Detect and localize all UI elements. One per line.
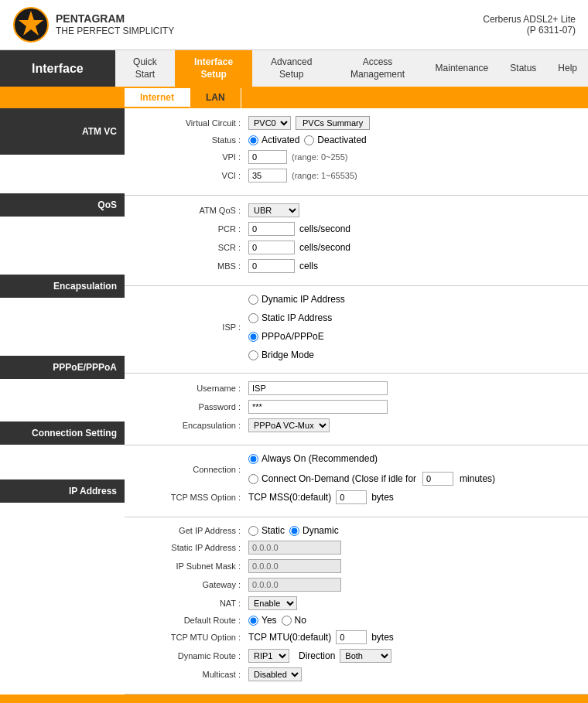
vci-input[interactable]	[248, 169, 287, 183]
gateway-label: Gateway :	[125, 580, 248, 589]
default-route-no-option[interactable]: No	[282, 615, 306, 626]
sidebar-atm-vc: ATM VC	[0, 108, 125, 155]
username-control	[248, 381, 388, 395]
encap-bridge-option[interactable]: Bridge Mode	[248, 350, 314, 360]
direction-select[interactable]: BothNoneIn onlyOut only	[340, 649, 391, 663]
encap-static-radio[interactable]	[248, 313, 258, 323]
nav-advanced-setup[interactable]: Advanced Setup	[252, 50, 330, 87]
mbs-label: MBS :	[125, 261, 248, 271]
nat-label: NAT :	[125, 599, 248, 608]
connect-demand-radio[interactable]	[248, 474, 258, 484]
static-ip-radio[interactable]	[248, 526, 258, 536]
sidebar-encapsulation: Encapsulation	[0, 275, 125, 298]
default-route-no-radio[interactable]	[282, 616, 292, 626]
connect-demand-option[interactable]: Connect On-Demand (Close if idle for min…	[248, 472, 495, 486]
nav-interface-setup[interactable]: Interface Setup	[175, 50, 252, 87]
tcp-mss-row: TCP MSS Option : TCP MSS(0:default) byte…	[125, 490, 580, 504]
always-on-option[interactable]: Always On (Recommended)	[248, 453, 378, 464]
static-ip-option-label: Static	[262, 525, 285, 536]
encap-pppoa-option[interactable]: PPPoA/PPPoE	[248, 331, 324, 342]
nav-help[interactable]: Help	[547, 50, 588, 87]
subnav-lan[interactable]: LAN	[190, 88, 241, 108]
encap-dynamic-label: Dynamic IP Address	[262, 294, 345, 305]
static-ip-addr-label: Static IP Address :	[125, 543, 248, 552]
username-input[interactable]	[248, 381, 388, 395]
tcp-mtu-text: TCP MTU(0:default)	[248, 632, 331, 643]
tcp-mtu-control: TCP MTU(0:default) bytes	[248, 630, 394, 644]
default-route-label: Default Route :	[125, 616, 248, 625]
scr-input[interactable]	[248, 241, 295, 254]
tcp-mtu-unit: bytes	[371, 632, 394, 643]
multicast-select[interactable]: DisabledIGMP v1IGMP v2	[248, 667, 302, 681]
password-input[interactable]	[248, 400, 388, 414]
password-control	[248, 400, 388, 414]
virtual-circuit-row: Virtual Circuit : PVC0PVC1PVC2PVC3 PVCs …	[125, 116, 580, 130]
static-ip-addr-input[interactable]	[248, 541, 341, 555]
left-sidebar: ATM VC QoS Encapsulation PPPoE/PPPoA Con…	[0, 108, 125, 694]
nav-access-management[interactable]: Access Management	[330, 50, 424, 87]
pppoe-encap-select[interactable]: PPPoA VC-MuxPPPoA LLCPPPoE VC-MuxPPPoE L…	[248, 418, 330, 432]
isp-row: ISP : Dynamic IP Address Static IP Addre…	[125, 294, 580, 360]
vci-row: VCI : (range: 1~65535)	[125, 169, 580, 183]
default-route-yes-radio[interactable]	[248, 616, 258, 626]
pppoe-encap-row: Encapsulation : PPPoA VC-MuxPPPoA LLCPPP…	[125, 418, 580, 432]
pvcs-summary-btn[interactable]: PVCs Summary	[296, 116, 370, 130]
encap-pppoa-radio[interactable]	[248, 332, 258, 342]
atm-qos-control: UBRCBRVBR-nrtVBR-rt	[248, 203, 299, 217]
nat-select[interactable]: EnableDisable	[248, 596, 297, 610]
encap-dynamic-option[interactable]: Dynamic IP Address	[248, 294, 345, 305]
qos-section: ATM QoS : UBRCBRVBR-nrtVBR-rt PCR : cell…	[125, 196, 588, 286]
ip-address-section: Get IP Address : Static Dynamic Static I…	[125, 517, 588, 694]
status-activated-option[interactable]: Activated	[248, 135, 299, 145]
default-route-yes-option[interactable]: Yes	[248, 615, 277, 626]
tcp-mss-unit: bytes	[371, 492, 394, 503]
dynamic-ip-radio[interactable]	[289, 526, 299, 536]
dynamic-route-control: RIP1RIP2None Direction BothNoneIn onlyOu…	[248, 649, 391, 663]
tcp-mtu-row: TCP MTU Option : TCP MTU(0:default) byte…	[125, 630, 580, 644]
connect-demand-input[interactable]	[422, 472, 453, 486]
nav-status[interactable]: Status	[499, 50, 547, 87]
vpi-input[interactable]	[248, 150, 287, 164]
sidebar-ip: IP Address	[0, 479, 125, 503]
nav-maintenance[interactable]: Maintenance	[425, 50, 500, 87]
dynamic-ip-option-label: Dynamic	[303, 525, 339, 536]
vpi-label: VPI :	[125, 152, 248, 162]
gateway-row: Gateway :	[125, 578, 580, 592]
scr-unit: cells/second	[299, 242, 350, 253]
status-label: Status :	[125, 135, 248, 145]
connection-row: Connection : Always On (Recommended) Con…	[125, 453, 580, 486]
mbs-control: cells	[248, 259, 318, 273]
pcr-input[interactable]	[248, 222, 295, 236]
connect-demand-unit: minutes)	[460, 473, 495, 484]
username-row: Username :	[125, 381, 580, 395]
logo-icon	[12, 6, 50, 43]
subnet-mask-input[interactable]	[248, 559, 341, 573]
always-on-radio[interactable]	[248, 454, 258, 464]
encap-dynamic-radio[interactable]	[248, 295, 258, 305]
mbs-input[interactable]	[248, 259, 295, 273]
status-deactivated-radio[interactable]	[304, 135, 314, 145]
encap-bridge-radio[interactable]	[248, 350, 258, 360]
subnet-mask-control	[248, 559, 341, 573]
password-row: Password :	[125, 400, 580, 414]
atm-vc-section: Virtual Circuit : PVC0PVC1PVC2PVC3 PVCs …	[125, 108, 588, 196]
atm-qos-select[interactable]: UBRCBRVBR-nrtVBR-rt	[248, 203, 299, 217]
virtual-circuit-select[interactable]: PVC0PVC1PVC2PVC3	[248, 116, 291, 130]
encap-static-option[interactable]: Static IP Address	[248, 312, 332, 323]
subnav-internet[interactable]: Internet	[125, 88, 190, 108]
gateway-input[interactable]	[248, 578, 341, 592]
status-activated-radio[interactable]	[248, 135, 258, 145]
tcp-mss-input[interactable]	[336, 490, 367, 504]
status-deactivated-option[interactable]: Deactivated	[304, 135, 366, 145]
default-route-control: Yes No	[248, 615, 306, 626]
dynamic-ip-option[interactable]: Dynamic	[289, 525, 339, 536]
dynamic-route-select[interactable]: RIP1RIP2None	[248, 649, 289, 663]
dynamic-route-row: Dynamic Route : RIP1RIP2None Direction B…	[125, 649, 580, 663]
static-ip-option[interactable]: Static	[248, 525, 285, 536]
header: PENTAGRAM THE PERFECT SIMPLICITY Cerberu…	[0, 0, 588, 50]
bottom-bar	[0, 694, 588, 703]
pcr-unit: cells/second	[299, 224, 350, 234]
tcp-mtu-input[interactable]	[336, 630, 367, 644]
nav-quick-start[interactable]: Quick Start	[115, 50, 175, 87]
vpi-row: VPI : (range: 0~255)	[125, 150, 580, 164]
